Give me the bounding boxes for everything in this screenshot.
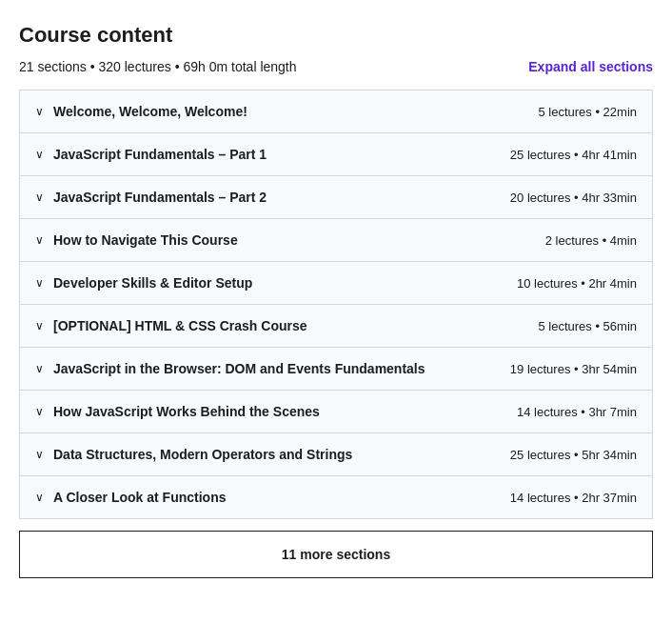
section-title: How JavaScript Works Behind the Scenes [53, 404, 505, 419]
section-row[interactable]: ∨A Closer Look at Functions14 lectures •… [20, 476, 652, 518]
section-title: Data Structures, Modern Operators and St… [53, 447, 499, 462]
section-row[interactable]: ∨JavaScript Fundamentals – Part 220 lect… [20, 176, 652, 219]
chevron-down-icon: ∨ [35, 448, 44, 461]
chevron-down-icon: ∨ [35, 276, 44, 290]
section-meta: 25 lectures • 4hr 41min [510, 148, 637, 162]
section-row[interactable]: ∨Data Structures, Modern Operators and S… [20, 433, 652, 476]
section-title: JavaScript Fundamentals – Part 1 [53, 147, 499, 162]
section-title: Developer Skills & Editor Setup [53, 275, 505, 291]
section-meta: 10 lectures • 2hr 4min [517, 276, 637, 291]
section-row[interactable]: ∨How JavaScript Works Behind the Scenes1… [20, 391, 652, 433]
section-title: How to Navigate This Course [53, 232, 534, 248]
section-meta: 25 lectures • 5hr 34min [510, 448, 637, 462]
section-row[interactable]: ∨JavaScript in the Browser: DOM and Even… [20, 348, 652, 391]
chevron-down-icon: ∨ [35, 362, 44, 375]
chevron-down-icon: ∨ [35, 491, 44, 504]
chevron-down-icon: ∨ [35, 405, 44, 418]
section-meta: 20 lectures • 4hr 33min [510, 191, 637, 205]
section-row[interactable]: ∨[OPTIONAL] HTML & CSS Crash Course5 lec… [20, 305, 652, 348]
section-row[interactable]: ∨JavaScript Fundamentals – Part 125 lect… [20, 133, 652, 176]
chevron-down-icon: ∨ [35, 319, 44, 332]
section-title: A Closer Look at Functions [53, 490, 499, 505]
expand-all-button[interactable]: Expand all sections [528, 59, 653, 74]
sections-container: ∨Welcome, Welcome, Welcome!5 lectures • … [19, 90, 653, 519]
section-meta: 2 lectures • 4min [545, 233, 637, 248]
more-sections-button[interactable]: 11 more sections [19, 531, 653, 578]
section-meta: 14 lectures • 3hr 7min [517, 405, 637, 419]
chevron-down-icon: ∨ [35, 233, 44, 247]
chevron-down-icon: ∨ [35, 105, 44, 118]
section-row[interactable]: ∨How to Navigate This Course2 lectures •… [20, 219, 652, 262]
section-row[interactable]: ∨Developer Skills & Editor Setup10 lectu… [20, 262, 652, 305]
chevron-down-icon: ∨ [35, 148, 44, 161]
section-meta: 19 lectures • 3hr 54min [510, 362, 637, 376]
section-meta: 5 lectures • 56min [538, 319, 637, 333]
section-meta: 14 lectures • 2hr 37min [510, 491, 637, 505]
meta-row: 21 sections • 320 lectures • 69h 0m tota… [19, 59, 653, 74]
course-meta: 21 sections • 320 lectures • 69h 0m tota… [19, 59, 297, 74]
section-title: JavaScript in the Browser: DOM and Event… [53, 361, 499, 376]
section-title: Welcome, Welcome, Welcome! [53, 104, 526, 119]
section-title: JavaScript Fundamentals – Part 2 [53, 190, 499, 205]
section-meta: 5 lectures • 22min [538, 105, 637, 119]
section-row[interactable]: ∨Welcome, Welcome, Welcome!5 lectures • … [20, 90, 652, 133]
section-title: [OPTIONAL] HTML & CSS Crash Course [53, 318, 526, 333]
chevron-down-icon: ∨ [35, 191, 44, 204]
page-title: Course content [19, 23, 653, 48]
